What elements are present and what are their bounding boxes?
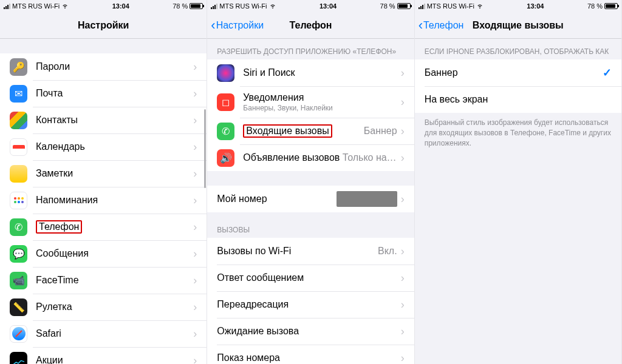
incoming-icon: ✆ (217, 123, 234, 140)
back-label: Настройки (216, 20, 264, 31)
row-siri[interactable]: Siri и Поиск › (207, 59, 414, 86)
carrier-label: MTS RUS Wi-Fi (427, 2, 474, 10)
mail-icon: ✉︎ (10, 85, 27, 103)
option-banner[interactable]: Баннер ✓ (415, 59, 621, 86)
row-passwords[interactable]: 🔑 Пароли › (0, 53, 207, 80)
chevron-right-icon: › (193, 274, 197, 287)
chevron-right-icon: › (401, 352, 405, 365)
scroll-indicator (204, 109, 206, 188)
chevron-right-icon: › (401, 272, 405, 285)
calendar-icon (10, 138, 27, 156)
row-notes[interactable]: Заметки › (0, 160, 207, 187)
row-phone[interactable]: ✆ Телефон › (0, 214, 207, 240)
phone-icon: ✆ (10, 218, 27, 236)
row-call-waiting[interactable]: Ожидание вызова › (207, 318, 414, 345)
announce-icon: 🔊 (217, 149, 234, 167)
nav-bar: ‹ Настройки Телефон (207, 12, 414, 39)
signal-icon (4, 3, 10, 9)
row-incoming-calls[interactable]: ✆ Входящие вызовы Баннер › (207, 118, 414, 144)
chevron-right-icon: › (193, 221, 197, 234)
measure-icon: 📏 (10, 298, 27, 316)
chevron-right-icon: › (193, 301, 197, 314)
section-footer: Выбранный стиль изображения будет исполь… (415, 113, 621, 154)
wifi-icon (269, 3, 276, 9)
notifications-sub: Баннеры, Звуки, Наклейки (243, 104, 400, 112)
row-safari[interactable]: Safari › (0, 320, 207, 347)
chevron-left-icon: ‹ (419, 19, 423, 32)
stocks-icon (10, 352, 27, 365)
row-contacts[interactable]: Контакты › (0, 107, 207, 133)
row-my-number[interactable]: Мой номер › (207, 186, 414, 212)
wifi-icon (61, 3, 69, 9)
carrier-label: MTS RUS Wi-Fi (12, 2, 60, 10)
carrier-label: MTS RUS Wi-Fi (219, 2, 267, 10)
section-header-display: Если iPhone разблокирован, отображать ка… (415, 39, 621, 59)
signal-icon (419, 3, 425, 9)
safari-icon (10, 325, 27, 343)
back-label: Телефон (423, 20, 463, 31)
chevron-right-icon: › (401, 193, 405, 206)
status-bar: MTS RUS Wi-Fi 13:04 78 % (415, 0, 621, 12)
clock: 13:04 (527, 2, 544, 10)
chevron-left-icon: ‹ (211, 19, 215, 32)
option-fullscreen[interactable]: На весь экран (415, 86, 621, 113)
battery-percent: 78 % (173, 2, 188, 10)
chevron-right-icon: › (401, 67, 405, 79)
battery-icon (604, 3, 618, 9)
incoming-calls-content: Если iPhone разблокирован, отображать ка… (415, 39, 621, 364)
battery-percent: 78 % (587, 2, 603, 10)
highlight-phone: Телефон (36, 220, 82, 234)
chevron-right-icon: › (401, 325, 405, 338)
wifi-icon (476, 3, 484, 9)
chevron-right-icon: › (193, 328, 197, 340)
screen-incoming-calls: MTS RUS Wi-Fi 13:04 78 % ‹ Телефон Входя… (415, 0, 622, 364)
reminders-icon (10, 192, 27, 209)
nav-bar: ‹ Телефон Входящие вызовы (415, 12, 621, 39)
row-reminders[interactable]: Напоминания › (0, 187, 207, 214)
chevron-right-icon: › (193, 248, 197, 260)
row-mail[interactable]: ✉︎ Почта › (0, 80, 207, 107)
battery-icon (190, 3, 203, 9)
announce-detail: Только нау… (343, 152, 397, 163)
chevron-right-icon: › (401, 298, 405, 311)
row-forwarding[interactable]: Переадресация › (207, 291, 414, 318)
notifications-icon: ◻︎ (217, 93, 234, 111)
messages-icon: 💬 (10, 245, 27, 263)
chevron-right-icon: › (193, 167, 197, 180)
masked-number (337, 191, 397, 207)
row-stocks[interactable]: Акции › (0, 347, 207, 364)
chevron-right-icon: › (193, 87, 197, 100)
back-button[interactable]: ‹ Настройки (211, 19, 264, 32)
chevron-right-icon: › (401, 125, 405, 138)
phone-settings-list[interactable]: Разрешить доступ приложению «Телефон» Si… (207, 39, 414, 364)
back-button[interactable]: ‹ Телефон (419, 19, 464, 32)
chevron-right-icon: › (401, 96, 405, 109)
chevron-right-icon: › (193, 114, 197, 127)
row-announce-calls[interactable]: 🔊 Объявление вызовов Только нау… › (207, 144, 414, 171)
battery-icon (397, 3, 411, 9)
row-messages[interactable]: 💬 Сообщения › (0, 240, 207, 267)
row-caller-id[interactable]: Показ номера › (207, 345, 414, 364)
battery-percent: 78 % (380, 2, 395, 10)
settings-list[interactable]: 🔑 Пароли › ✉︎ Почта › Контакты › Календа… (0, 39, 207, 364)
contacts-icon (10, 112, 27, 129)
incoming-detail: Баннер (364, 126, 397, 136)
wifi-calling-detail: Вкл. (378, 246, 397, 257)
row-wifi-calling[interactable]: Вызовы по Wi-Fi Вкл. › (207, 238, 414, 265)
row-facetime[interactable]: 📹 FaceTime › (0, 267, 207, 294)
highlight-incoming: Входящие вызовы (243, 124, 332, 138)
chevron-right-icon: › (193, 194, 197, 207)
row-respond-text[interactable]: Ответ сообщением › (207, 265, 414, 291)
nav-bar: Настройки (0, 12, 207, 39)
key-icon: 🔑 (10, 58, 27, 76)
checkmark-icon: ✓ (603, 66, 612, 79)
clock: 13:04 (112, 2, 129, 10)
row-notifications[interactable]: ◻︎ Уведомления Баннеры, Звуки, Наклейки … (207, 86, 414, 118)
screen-phone-settings: MTS RUS Wi-Fi 13:04 78 % ‹ Настройки Тел… (207, 0, 414, 364)
chevron-right-icon: › (193, 141, 197, 153)
chevron-right-icon: › (401, 152, 405, 164)
row-calendar[interactable]: Календарь › (0, 133, 207, 160)
notes-icon (10, 165, 27, 183)
page-title: Настройки (78, 20, 129, 31)
row-measure[interactable]: 📏 Рулетка › (0, 294, 207, 320)
